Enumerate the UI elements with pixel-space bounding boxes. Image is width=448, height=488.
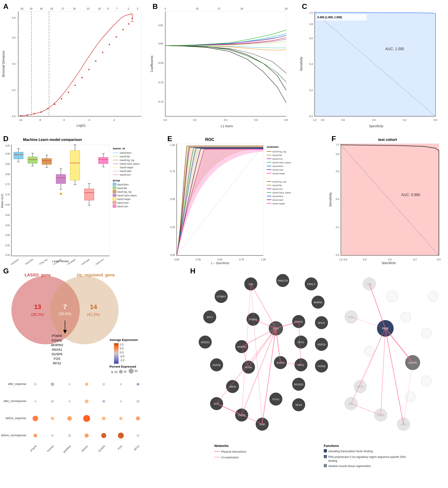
svg-text:0.8: 0.8	[309, 23, 313, 25]
svg-rect-430	[324, 449, 327, 452]
svg-point-41	[95, 60, 96, 62]
panel-h-label: H	[190, 267, 195, 275]
svg-text:group: group	[113, 179, 120, 182]
svg-text:0.50: 0.50	[217, 258, 222, 261]
svg-text:AKIRIN2: AKIRIN2	[63, 445, 72, 454]
svg-text:RFX1: RFX1	[298, 341, 304, 344]
svg-point-298	[68, 383, 71, 385]
svg-text:classif.log_reg: classif.log_reg	[117, 191, 132, 193]
svg-text:0.0: 0.0	[336, 254, 339, 256]
panel-a-label: A	[3, 2, 8, 11]
svg-text:FOS: FOS	[54, 357, 60, 360]
svg-text:test cohort: test cohort	[378, 138, 397, 142]
svg-text:18: 18	[40, 7, 43, 10]
svg-text:classif.kknn: classif.kknn	[117, 183, 129, 186]
svg-text:13: 13	[34, 303, 41, 310]
svg-rect-179	[113, 186, 116, 189]
svg-text:Mean AUC: Mean AUC	[0, 194, 4, 208]
svg-text:0.05: 0.05	[158, 24, 163, 27]
svg-text:13: 13	[87, 7, 89, 10]
svg-rect-134	[70, 151, 80, 180]
svg-text:0.90: 0.90	[6, 152, 10, 155]
svg-text:1.00: 1.00	[261, 258, 266, 261]
svg-text:before_response: before_response	[6, 417, 26, 420]
svg-text:-0.05: -0.05	[158, 62, 163, 64]
svg-text:L1 Norm: L1 Norm	[221, 124, 233, 128]
svg-text:Coefficients: Coefficients	[150, 56, 154, 72]
panel-d: D Machine Learn model comparison 0.40 0.…	[0, 132, 164, 264]
svg-text:-4: -4	[88, 119, 90, 121]
svg-point-423	[405, 392, 416, 402]
panel-d-chart: Machine Learn model comparison 0.40 0.45…	[0, 132, 164, 264]
svg-text:7: 7	[116, 7, 118, 10]
svg-text:classif.lda: classif.lda	[117, 187, 127, 190]
svg-text:classif.log_reg: classif.log_reg	[120, 159, 134, 161]
svg-point-315	[119, 417, 122, 420]
svg-text:0.45: 0.45	[6, 244, 10, 247]
panel-f-auc: AUC: 0.980	[401, 193, 420, 197]
svg-text:1.0: 1.0	[309, 11, 313, 14]
svg-text:ANXA1: ANXA1	[52, 348, 62, 352]
panel-b: B 0 15 17 18 20 0.05 0.00 -0.05 -0.10 -0…	[149, 0, 299, 132]
svg-point-31	[27, 114, 28, 116]
svg-text:0.6: 0.6	[12, 36, 16, 39]
svg-point-42	[102, 52, 103, 53]
svg-point-304	[51, 400, 54, 403]
panel-a-ylabel: Binomial Deviance	[2, 51, 5, 77]
svg-text:0.75: 0.75	[170, 170, 175, 173]
svg-text:FBXL3: FBXL3	[307, 283, 315, 286]
svg-rect-53	[165, 11, 286, 116]
panel-a-chart: 20 19 18 19 17 16 13 10 8 7 2 2 0.0 0.2	[0, 0, 149, 132]
svg-rect-115	[28, 157, 37, 163]
svg-text:10: 10	[98, 7, 101, 10]
svg-text:1 – Specificity: 1 – Specificity	[211, 261, 229, 264]
svg-text:20: 20	[114, 371, 118, 374]
svg-line-378	[242, 328, 276, 347]
svg-text:-2: -2	[113, 119, 115, 121]
panel-f: F test cohort 0.0 0.2 0.4 0.6 0.8 1.0 0.…	[328, 132, 448, 264]
svg-text:0.00: 0.00	[174, 258, 179, 261]
svg-text:-1.0: -1.0	[120, 359, 124, 362]
svg-text:(38.2%): (38.2%)	[31, 313, 44, 317]
svg-point-419	[421, 328, 431, 338]
svg-text:8: 8	[107, 7, 109, 10]
svg-text:classif.naive_bayes: classif.naive_bayes	[120, 163, 140, 165]
svg-text:classif.ranger: classif.ranger	[120, 166, 133, 169]
svg-text:RPUSD3: RPUSD3	[294, 383, 304, 386]
svg-point-320	[85, 433, 89, 438]
svg-text:classif.lda: classif.lda	[24, 258, 34, 264]
svg-text:classif.naive_bayes: classif.naive_bayes	[272, 191, 291, 194]
svg-rect-189	[113, 205, 116, 208]
svg-point-314	[102, 417, 105, 420]
panel-g-label: G	[3, 267, 9, 275]
svg-text:classif.kknn: classif.kknn	[9, 258, 19, 264]
svg-point-311	[51, 417, 54, 420]
svg-line-413	[381, 328, 385, 415]
svg-text:classif.rpart: classif.rpart	[272, 199, 283, 201]
svg-text:FAM217B: FAM217B	[278, 280, 288, 282]
svg-point-312	[67, 416, 72, 421]
svg-text:0.0: 0.0	[434, 119, 437, 121]
svg-text:0.8: 0.8	[321, 119, 324, 121]
svg-point-281	[119, 370, 123, 374]
svg-text:FOXN3: FOXN3	[318, 365, 325, 368]
svg-text:classif.svm: classif.svm	[272, 158, 283, 160]
svg-text:classif.lda: classif.lda	[120, 155, 130, 158]
svg-text:classif.log_reg: classif.log_reg	[272, 180, 286, 183]
svg-text:17: 17	[217, 7, 220, 10]
svg-text:-0.5: -0.5	[120, 355, 124, 358]
svg-text:1.0: 1.0	[313, 119, 316, 121]
panel-c-auc: AUC: 1.000	[385, 47, 404, 51]
svg-point-313	[83, 415, 90, 422]
svg-text:0.4: 0.4	[224, 119, 227, 121]
svg-text:RFX2: RFX2	[53, 361, 61, 365]
svg-text:Sensitivity: Sensitivity	[299, 56, 303, 71]
svg-text:0.0: 0.0	[120, 351, 124, 354]
svg-point-421	[364, 346, 374, 356]
panel-g-chart: LASSO_gene Up_regulated_gene 13 (38.2%) …	[0, 264, 187, 488]
svg-text:FOS: FOS	[117, 445, 123, 450]
svg-point-301	[120, 383, 122, 385]
svg-text:(20.6%): (20.6%)	[59, 312, 71, 316]
panel-g: G LASSO_gene Up_regulated_gene 13 (38.2%…	[0, 264, 187, 488]
svg-point-297	[51, 382, 54, 386]
